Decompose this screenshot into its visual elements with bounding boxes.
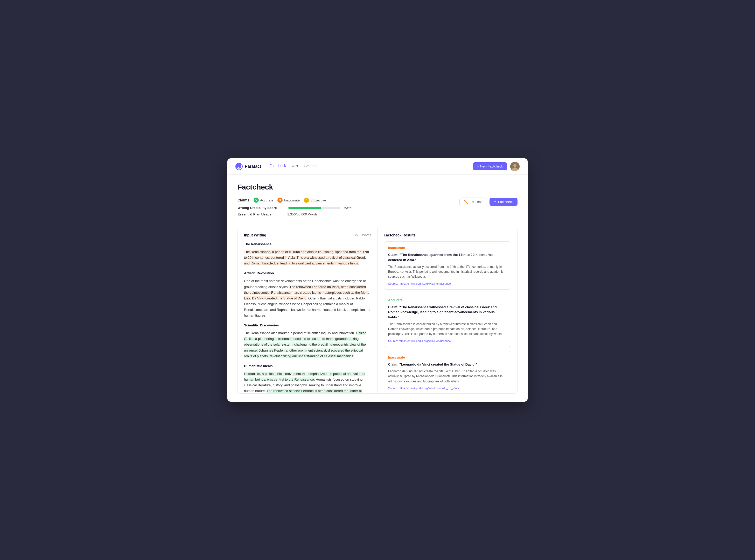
avatar[interactable]	[510, 162, 520, 171]
subjective-count: 0	[304, 198, 309, 203]
inaccurate-span-1: The Renaissance, a period of cultural an…	[244, 250, 369, 265]
paragraph-1: The Renaissance, a period of cultural an…	[244, 249, 371, 266]
score-bar-background	[288, 207, 340, 209]
navbar: Parafact Factcheck API Settings + New Fa…	[227, 158, 528, 175]
sparkle-icon: ✦	[494, 200, 497, 204]
results-panel-header: Factcheck Results	[384, 233, 511, 237]
nav-factcheck[interactable]: Factcheck	[270, 164, 286, 169]
result-claim-1: Claim: "The Renaissance spanned from the…	[388, 252, 506, 262]
factcheck-results-panel: Factcheck Results Inaccurate Claim: "The…	[378, 228, 517, 394]
section-4-title: Humanistic Ideals	[244, 363, 371, 369]
nav-settings[interactable]: Settings	[304, 164, 318, 169]
result-source-3: Source: https://en.wikipedia.org/wiki/Le…	[388, 386, 506, 390]
section-2-title: Artistic Revolution	[244, 271, 371, 276]
paragraph-3: The Renaissance also marked a period of …	[244, 330, 371, 359]
logo-text: Parafact	[245, 164, 261, 169]
paragraph-4: Humanism, a philosophical movement that …	[244, 371, 371, 394]
results-panel-title: Factcheck Results	[384, 233, 416, 237]
claims-row: Claims 5 Accurate 3 Inaccurate 0 Subject…	[238, 198, 459, 203]
result-card-3: Inaccurate Claim: "Leonardo da Vinci cre…	[384, 351, 511, 394]
result-claim-2: Claim: "The Renaissance witnessed a revi…	[388, 305, 506, 320]
app-window: Parafact Factcheck API Settings + New Fa…	[227, 158, 528, 402]
result-justification-2: The Renaissance is characterized by a re…	[388, 322, 506, 337]
claims-label: Claims	[238, 198, 250, 202]
result-source-1: Source: https://en.wikipedia.org/wiki/Re…	[388, 282, 506, 285]
page-title: Factcheck	[238, 183, 517, 191]
writing-content: The Renaissance The Renaissance, a perio…	[244, 241, 371, 394]
edit-text-button[interactable]: ✏️ Edit Text	[459, 198, 487, 206]
new-factcheck-label: + New Factcheck	[477, 164, 503, 168]
accurate-count: 5	[254, 198, 259, 203]
factcheck-label: Factcheck	[498, 200, 513, 204]
input-writing-panel: Input Writing 0/500 Words The Renaissanc…	[238, 228, 378, 394]
edit-icon: ✏️	[464, 200, 468, 204]
result-justification-1: The Renaissance actually occurred from t…	[388, 264, 506, 279]
input-panel-title: Input Writing	[244, 233, 266, 237]
score-row: Writing Credibility Score 63%	[238, 206, 459, 210]
result-claim-3: Claim: "Leonardo da Vinci created the St…	[388, 362, 506, 367]
panels: Input Writing 0/500 Words The Renaissanc…	[238, 228, 517, 394]
subjective-badge: 0 Subjective	[304, 198, 326, 203]
inaccurate-span-3: Da Vinci created the Statue of David.	[252, 296, 307, 300]
paragraph-3a: The Renaissance also marked a period of …	[244, 331, 355, 335]
result-justification-3: Leonardo da Vinci did not create the Sta…	[388, 369, 506, 384]
subjective-label: Subjective	[310, 198, 326, 202]
result-status-3: Inaccurate	[388, 356, 506, 359]
accurate-span-2: Johannes Kepler, another prominent scien…	[244, 348, 363, 358]
usage-row: Essential Plan Usage 1,356/30,000 Words	[238, 212, 459, 216]
edit-text-label: Edit Text	[470, 200, 482, 204]
score-percentage: 63%	[344, 206, 351, 210]
word-count: 0/500 Words	[353, 233, 371, 237]
logo-icon	[235, 163, 243, 170]
action-buttons: ✏️ Edit Text ✦ Factcheck	[459, 198, 517, 206]
paragraph-2: One of the most notable developments of …	[244, 278, 371, 318]
scores-actions-row: Claims 5 Accurate 3 Inaccurate 0 Subject…	[238, 198, 517, 222]
accurate-label: Accurate	[260, 198, 273, 202]
usage-label: Essential Plan Usage	[238, 212, 284, 216]
new-factcheck-button[interactable]: + New Factcheck	[473, 162, 507, 170]
nav-api[interactable]: API	[292, 164, 298, 169]
inaccurate-label: Inaccurate	[284, 198, 300, 202]
inaccurate-badge: 3 Inaccurate	[277, 198, 300, 203]
result-card-2: Accurate Claim: "The Renaissance witness…	[384, 294, 511, 347]
result-status-2: Accurate	[388, 298, 506, 302]
accurate-badge: 5 Accurate	[254, 198, 273, 203]
section-3-title: Scientific Discoveries	[244, 322, 371, 328]
nav-links: Factcheck API Settings	[270, 164, 464, 169]
result-card-1: Inaccurate Claim: "The Renaissance spann…	[384, 241, 511, 289]
inaccurate-count: 3	[277, 198, 283, 203]
result-source-2: Source: https://en.wikipedia.org/wiki/Re…	[388, 339, 506, 342]
main-content: Factcheck Claims 5 Accurate 3 Inaccurate	[227, 175, 528, 402]
result-status-1: Inaccurate	[388, 246, 506, 250]
input-panel-header: Input Writing 0/500 Words	[244, 233, 371, 237]
score-label: Writing Credibility Score	[238, 206, 284, 210]
writing-title: The Renaissance	[244, 241, 371, 247]
score-bar-fill	[288, 207, 321, 209]
scores-section: Claims 5 Accurate 3 Inaccurate 0 Subject…	[238, 198, 459, 222]
svg-point-2	[513, 164, 516, 167]
nav-right: + New Factcheck	[473, 162, 520, 171]
usage-value: 1,356/30,000 Words	[287, 212, 318, 216]
factcheck-button[interactable]: ✦ Factcheck	[490, 198, 517, 206]
logo: Parafact	[235, 163, 261, 170]
